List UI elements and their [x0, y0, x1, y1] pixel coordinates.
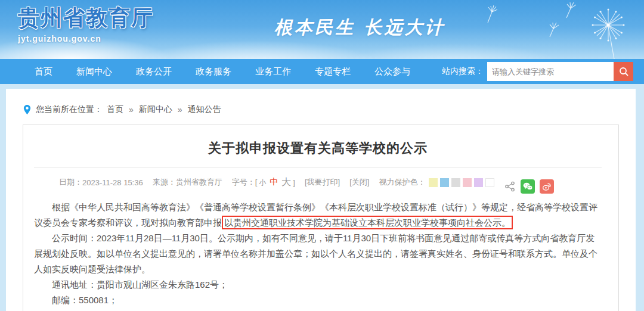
eye-protect-label: 视力保护色：	[379, 177, 425, 188]
breadcrumb-separator: »	[178, 105, 182, 114]
location-pin-icon	[23, 104, 32, 115]
site-search: 站内搜索：	[442, 62, 633, 81]
breadcrumb-separator: »	[129, 105, 134, 114]
paragraph-basis: 根据《中华人民共和国高等教育法》《普通高等学校设置暂行条例》《本科层次职业学校设…	[34, 200, 602, 231]
nav-item-gov-open[interactable]: 政务公开	[136, 66, 172, 77]
nav-item-gov-service[interactable]: 政务服务	[196, 66, 231, 77]
nav-item-participation[interactable]: 公众参与	[374, 66, 410, 77]
meta-source-value: 贵州省教育厅	[176, 177, 222, 188]
meta-source-label: 来源：	[153, 177, 176, 188]
print-button[interactable]: [我要打印]	[305, 177, 340, 188]
content-panel: 您当前所在位置： 首页 » 新闻中心 » 通知公告 关于拟申报设置有关高等学校的…	[6, 89, 636, 311]
page: 贵州省教育厅 jyt.guizhou.gov.cn 根本民生 长远大计	[0, 0, 644, 311]
color-swatch-white[interactable]	[485, 178, 494, 187]
article-container: 关于拟申报设置有关高等学校的公示 日期： 2023-11-28 15:36 来源…	[23, 125, 619, 311]
meta-date-value: 2023-11-28 15:36	[82, 178, 143, 187]
font-size-large-button[interactable]: 大	[281, 176, 291, 189]
article-body: 根据《中华人民共和国高等教育法》《普通高等学校设置暂行条例》《本科层次职业学校设…	[34, 200, 602, 311]
color-swatch-pink[interactable]	[463, 178, 472, 187]
search-input[interactable]	[487, 62, 614, 81]
nav-item-business[interactable]: 业务工作	[255, 66, 291, 77]
color-swatch-yellow[interactable]	[429, 178, 438, 187]
dandelion-seed-icon	[481, 4, 504, 24]
font-size-small-button[interactable]: 小	[259, 178, 266, 188]
search-button[interactable]	[614, 62, 633, 81]
breadcrumb-notices[interactable]: 通知公告	[188, 104, 221, 115]
title-divider	[34, 167, 602, 167]
site-logo-text[interactable]: 贵州省教育厅	[18, 4, 154, 33]
close-button[interactable]: [关闭]	[349, 177, 369, 188]
wechat-icon	[522, 181, 533, 192]
font-size-medium-button[interactable]: 中	[270, 177, 278, 188]
site-banner: 贵州省教育厅 jyt.guizhou.gov.cn 根本民生 长远大计	[0, 0, 644, 59]
site-logo[interactable]: 贵州省教育厅 jyt.guizhou.gov.cn	[18, 4, 154, 43]
eye-protect-swatches	[429, 178, 494, 187]
article-title: 关于拟申报设置有关高等学校的公示	[34, 139, 602, 157]
meta-date-label: 日期：	[59, 177, 82, 188]
weibo-icon	[541, 181, 552, 192]
highlighted-announcement-text: 以贵州交通职业技术学院为基础设立本科层次职业学校事项向社会公示。	[222, 216, 513, 229]
search-label: 站内搜索：	[442, 66, 484, 77]
share-wechat-button[interactable]	[521, 179, 535, 194]
breadcrumb-home[interactable]: 首页	[107, 104, 123, 115]
meta-fontsize-end: ]	[293, 178, 295, 187]
site-url: jyt.guizhou.gov.cn	[18, 34, 154, 43]
site-slogan: 根本民生 长远大计	[274, 15, 445, 40]
paragraph-period: 公示时间：2023年11月28日—11月30日。公示期内，如有不同意见，请于11…	[34, 231, 602, 277]
contact-address: 通讯地址：贵阳市观山湖区金朱东路162号；	[34, 277, 602, 293]
contact-phone: 联系电话及传真：0851-85280334；	[34, 308, 602, 311]
article-meta: 日期： 2023-11-28 15:36 来源： 贵州省教育厅 字号：[ 小 中…	[34, 173, 602, 191]
main-nav: 首页 新闻中心 政务公开 政务服务 业务工作 专题专栏 公众参与 站内搜索：	[0, 59, 644, 84]
color-swatch-blue[interactable]	[440, 178, 449, 187]
breadcrumb-prefix: 您当前所在位置：	[36, 104, 103, 115]
color-swatch-gray[interactable]	[451, 178, 460, 187]
nav-item-news[interactable]: 新闻中心	[76, 66, 112, 77]
share-weibo-button[interactable]	[540, 179, 554, 194]
nav-item-topics[interactable]: 专题专栏	[315, 66, 351, 77]
color-swatch-purple[interactable]	[474, 178, 483, 187]
contact-postcode: 邮编：550081；	[34, 293, 602, 308]
breadcrumb: 您当前所在位置： 首页 » 新闻中心 » 通知公告	[6, 89, 636, 115]
search-icon	[618, 66, 629, 77]
nav-item-home[interactable]: 首页	[35, 66, 52, 77]
share-button[interactable]	[504, 181, 516, 192]
breadcrumb-news[interactable]: 新闻中心	[139, 104, 172, 115]
meta-fontsize-label: 字号：[	[232, 177, 258, 188]
share-nodes-icon	[504, 181, 516, 192]
dandelion-flower-icon	[543, 0, 644, 59]
share-toolbar	[504, 179, 554, 194]
